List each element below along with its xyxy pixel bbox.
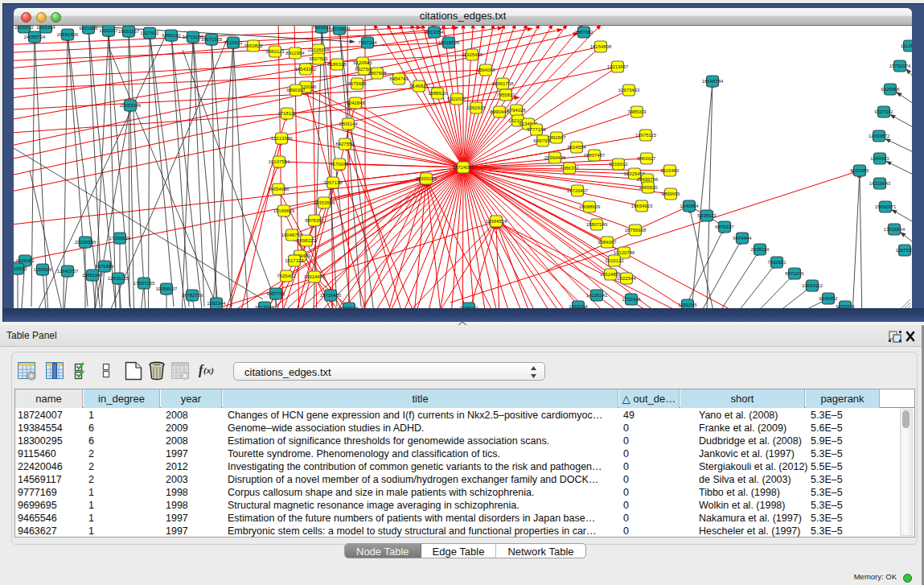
svg-text:1663267: 1663267 (99, 28, 118, 33)
svg-text:14136141: 14136141 (586, 293, 608, 298)
svg-text:8813054: 8813054 (425, 30, 444, 35)
svg-text:3915910: 3915910 (14, 266, 27, 271)
svg-text:7632621: 7632621 (767, 260, 786, 265)
svg-text:9975886: 9975886 (95, 264, 114, 269)
svg-text:17016504: 17016504 (884, 227, 906, 232)
svg-text:12353594: 12353594 (314, 200, 335, 205)
svg-text:9227342: 9227342 (874, 109, 893, 114)
svg-text:1527602: 1527602 (140, 31, 159, 35)
svg-text:9146821: 9146821 (409, 84, 429, 89)
svg-text:1615132: 1615132 (605, 258, 624, 263)
svg-text:5938923: 5938923 (697, 213, 717, 218)
svg-text:8471676: 8471676 (785, 271, 804, 276)
svg-text:10688609: 10688609 (579, 204, 601, 209)
svg-text:2867608: 2867608 (368, 71, 387, 76)
svg-text:8912954: 8912954 (285, 51, 305, 56)
svg-text:9115460: 9115460 (661, 168, 680, 173)
svg-text:16210643: 16210643 (869, 181, 891, 186)
svg-text:1733426: 1733426 (622, 297, 641, 302)
svg-text:2718120: 2718120 (277, 111, 297, 116)
svg-text:1065820: 1065820 (639, 185, 658, 190)
svg-text:15692971: 15692971 (875, 204, 897, 209)
svg-text:3624554: 3624554 (567, 145, 586, 150)
svg-text:16033809: 16033809 (329, 27, 351, 31)
svg-text:3267130: 3267130 (323, 180, 343, 185)
svg-text:10654112: 10654112 (802, 283, 823, 288)
svg-text:16654966: 16654966 (268, 187, 290, 192)
svg-text:9084067: 9084067 (598, 240, 617, 245)
svg-text:9245652: 9245652 (819, 296, 838, 301)
svg-text:16914479: 16914479 (304, 274, 326, 279)
svg-text:3675685: 3675685 (347, 81, 367, 86)
svg-text:9777169: 9777169 (527, 127, 546, 132)
svg-text:10120746: 10120746 (614, 250, 635, 255)
svg-text:24055724: 24055724 (24, 35, 46, 39)
svg-text:19166829: 19166829 (273, 208, 295, 213)
svg-text:9031906: 9031906 (79, 26, 98, 31)
svg-text:2522544: 2522544 (617, 276, 636, 281)
svg-text:17359924: 17359924 (109, 236, 131, 241)
svg-text:16653267: 16653267 (118, 29, 140, 34)
svg-text:10973493: 10973493 (618, 88, 640, 93)
svg-text:6216012: 6216012 (609, 162, 628, 167)
svg-text:7386372: 7386372 (560, 166, 579, 171)
svg-text:9329966: 9329966 (881, 87, 900, 92)
svg-text:7357224: 7357224 (358, 40, 377, 45)
svg-text:8427552: 8427552 (335, 142, 355, 146)
svg-text:16543362: 16543362 (295, 67, 317, 72)
svg-text:2935114: 2935114 (751, 247, 770, 252)
svg-text:25300203: 25300203 (416, 176, 437, 181)
svg-text:16782759: 16782759 (182, 293, 203, 298)
svg-text:9827503: 9827503 (309, 56, 328, 61)
svg-text:9899695: 9899695 (661, 192, 680, 196)
svg-text:2803144: 2803144 (339, 122, 358, 126)
svg-text:1903314: 1903314 (36, 26, 55, 30)
svg-text:9660123: 9660123 (265, 49, 285, 54)
svg-text:10958107: 10958107 (156, 286, 178, 291)
svg-text:2887682: 2887682 (574, 30, 593, 35)
svg-text:7462667: 7462667 (547, 135, 566, 140)
svg-text:20206536: 20206536 (75, 240, 97, 245)
svg-text:1635061: 1635061 (15, 258, 35, 263)
svg-text:6466160: 6466160 (162, 33, 181, 38)
svg-text:16648784: 16648784 (702, 79, 724, 84)
svg-text:23226058: 23226058 (308, 47, 330, 52)
svg-text:25495796: 25495796 (637, 177, 659, 182)
svg-text:8454749: 8454749 (389, 76, 409, 81)
svg-text:12093872: 12093872 (869, 134, 890, 138)
svg-text:15716485: 15716485 (320, 293, 342, 298)
svg-text:18724007: 18724007 (453, 165, 474, 170)
svg-text:1588520: 1588520 (428, 91, 447, 96)
svg-text:1244413: 1244413 (870, 156, 889, 161)
svg-text:1156829: 1156829 (34, 267, 53, 272)
svg-text:1112840: 1112840 (901, 43, 912, 48)
svg-text:16671355: 16671355 (201, 37, 223, 42)
svg-text:1009245: 1009245 (678, 303, 697, 307)
svg-text:8698222: 8698222 (297, 238, 316, 243)
svg-text:(x): (x) (203, 365, 214, 376)
svg-text:6879197: 6879197 (715, 225, 734, 229)
svg-text:6794028: 6794028 (507, 108, 526, 113)
svg-text:15720407: 15720407 (567, 188, 589, 193)
svg-text:9890307: 9890307 (286, 88, 306, 93)
svg-text:16107554: 16107554 (269, 159, 290, 164)
svg-text:11451947: 11451947 (82, 273, 104, 278)
svg-text:2005572: 2005572 (14, 26, 34, 30)
svg-text:4170045: 4170045 (330, 162, 349, 167)
svg-text:8215955: 8215955 (850, 168, 869, 173)
svg-text:8878352: 8878352 (305, 218, 324, 223)
svg-text:20364436: 20364436 (544, 155, 566, 160)
svg-text:16046758: 16046758 (281, 233, 303, 237)
svg-text:16154808: 16154808 (590, 44, 612, 49)
svg-text:19654923: 19654923 (631, 204, 653, 208)
svg-text:12213389: 12213389 (271, 136, 293, 141)
svg-text:9457791: 9457791 (266, 291, 285, 296)
svg-text:9474444: 9474444 (733, 236, 752, 241)
svg-text:18807249: 18807249 (586, 222, 608, 227)
svg-text:20053346: 20053346 (120, 103, 142, 108)
svg-text:12975115: 12975115 (635, 133, 657, 138)
svg-text:7663822: 7663822 (244, 43, 263, 48)
svg-text:15751074: 15751074 (889, 64, 911, 68)
svg-text:20691406: 20691406 (57, 32, 79, 37)
svg-text:12213967: 12213967 (607, 64, 629, 69)
